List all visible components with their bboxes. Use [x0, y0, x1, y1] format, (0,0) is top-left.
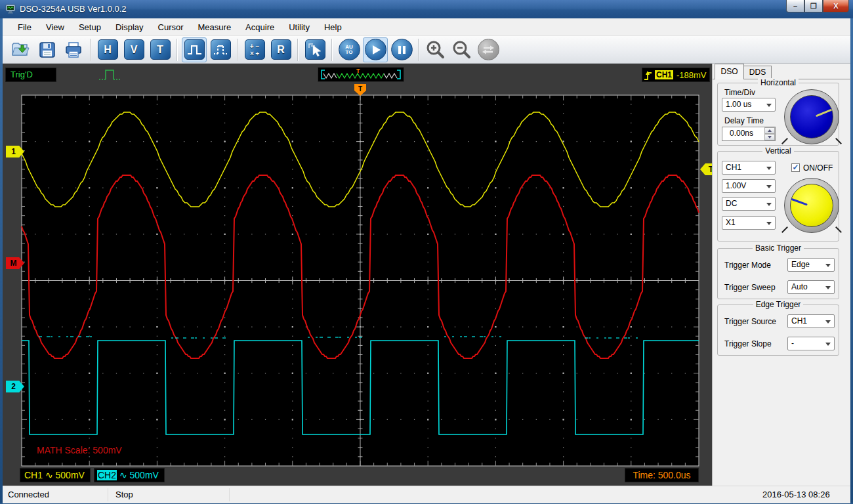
trigger-mode-select[interactable]: Edge — [787, 258, 835, 272]
close-icon: X — [833, 2, 838, 10]
basic-trigger-title: Basic Trigger — [753, 243, 804, 253]
delay-value: 0.00ns — [722, 129, 760, 138]
vertical-knob[interactable] — [784, 178, 839, 233]
menu-item-display[interactable]: Display — [108, 19, 151, 35]
minimize-button[interactable]: – — [786, 0, 804, 12]
math-scale-readout: MATH Scale: 500mV — [37, 445, 122, 455]
chevron-down-icon — [825, 343, 831, 346]
menu-item-view[interactable]: View — [39, 19, 72, 35]
trigger-sweep-select[interactable]: Auto — [787, 280, 835, 294]
title-bar[interactable] — [0, 0, 853, 18]
h-icon: H — [98, 39, 118, 60]
zoom-in-icon — [425, 39, 447, 60]
basic-trigger-group: Basic Trigger Trigger Mode Edge Trigger … — [717, 248, 839, 299]
reference-waveform-button[interactable] — [208, 37, 233, 62]
close-button[interactable]: X — [823, 0, 849, 12]
edge-trigger-title: Edge Trigger — [753, 300, 804, 309]
menu-item-utility[interactable]: Utility — [281, 19, 317, 35]
trigger-slope-value: - — [791, 339, 794, 348]
zoom-out-button[interactable] — [449, 37, 474, 62]
chevron-down-icon — [766, 222, 772, 225]
ch2-label: CH2 — [97, 470, 117, 480]
knob-leg — [835, 138, 842, 144]
horizontal-knob[interactable] — [784, 89, 839, 144]
volts-div-select[interactable]: 1.00V — [722, 179, 776, 193]
chevron-down-icon — [825, 264, 831, 267]
chevron-down-icon — [825, 286, 831, 289]
print-button[interactable] — [61, 37, 86, 62]
math-marker-label: M — [10, 259, 17, 268]
trigger-source-value: CH1 — [791, 316, 807, 326]
timebase-readout: Time: 500.0us — [625, 468, 699, 482]
zoom-in-button[interactable] — [423, 37, 448, 62]
timediv-value: 1.00 us — [726, 100, 751, 109]
probe-select[interactable]: X1 — [722, 216, 776, 230]
folder-open-icon — [11, 41, 31, 58]
pause-icon — [391, 39, 413, 60]
onoff-label: ON/OFF — [803, 163, 833, 173]
trigger-channel-badge: CH1 — [655, 70, 673, 79]
control-panel: DSO DDS Horizontal Time/Div 1.00 us Dela… — [712, 64, 850, 486]
trigger-slope-select[interactable]: - — [787, 337, 835, 350]
trigger-sweep-label: Trigger Sweep — [724, 283, 776, 292]
spin-up-button[interactable] — [764, 127, 775, 134]
math-button[interactable]: + −× ÷ — [242, 37, 267, 62]
tab-dds[interactable]: DDS — [744, 66, 772, 79]
channel-select[interactable]: CH1 — [722, 161, 776, 175]
save-button[interactable] — [35, 37, 60, 62]
oscilloscope-display — [0, 84, 712, 467]
waveform-display-button[interactable] — [182, 37, 207, 62]
chevron-down-icon — [766, 185, 772, 188]
maximize-button[interactable]: ❐ — [804, 0, 823, 12]
refresh-button[interactable] — [476, 37, 501, 62]
app-icon — [5, 3, 16, 14]
menu-item-cursor[interactable]: Cursor — [151, 19, 191, 35]
menu-item-file[interactable]: File — [10, 19, 39, 35]
vertical-knob-face — [790, 184, 833, 227]
trigger-source-select[interactable]: CH1 — [787, 314, 835, 328]
chevron-down-icon — [825, 320, 831, 324]
vertical-setup-button[interactable]: V — [121, 37, 146, 62]
open-button[interactable] — [9, 37, 33, 62]
status-separator — [229, 488, 230, 501]
menu-item-measure[interactable]: Measure — [191, 19, 239, 35]
status-separator — [108, 488, 108, 501]
horizontal-setup-button[interactable]: H — [95, 37, 120, 62]
menu-item-setup[interactable]: Setup — [72, 19, 108, 35]
toolbar-separator — [418, 39, 419, 61]
trigger-mode-value: Edge — [791, 260, 810, 269]
ch2-marker-label: 2 — [11, 382, 16, 391]
cursor-measure-button[interactable] — [302, 37, 327, 62]
delay-spinner[interactable]: 0.00ns — [722, 127, 776, 141]
ch2-coupling-icon: ∿ — [119, 470, 127, 480]
pulse-dashed-icon — [211, 39, 231, 60]
spin-down-icon — [768, 136, 772, 138]
timediv-label: Time/Div — [724, 88, 755, 97]
app-window: DSO-3254A USB Ver1.0.0.2 – ❐ X FileViewS… — [0, 0, 853, 504]
toolbar-separator — [90, 39, 91, 61]
spin-down-button[interactable] — [764, 134, 775, 140]
trigger-status-text: Trig'D — [10, 70, 33, 79]
chevron-down-icon — [766, 104, 772, 107]
tab-dso[interactable]: DSO — [715, 64, 744, 79]
menu-bar: FileViewSetupDisplayCursorMeasureAcquire… — [3, 18, 850, 36]
autoset-button[interactable]: AUTO — [337, 37, 362, 62]
acquisition-preview[interactable]: T — [318, 67, 404, 82]
v-icon: V — [124, 39, 144, 60]
pause-button[interactable] — [389, 37, 414, 62]
zoom-out-icon — [451, 39, 473, 60]
math-operators-icon: + −× ÷ — [245, 39, 265, 60]
menu-item-help[interactable]: Help — [317, 19, 349, 35]
channel-onoff-checkbox[interactable]: ✓ — [791, 163, 800, 172]
run-button[interactable] — [363, 37, 388, 62]
pointer-icon — [305, 39, 325, 60]
printer-icon — [64, 41, 83, 58]
coupling-select[interactable]: DC — [722, 197, 776, 211]
trigger-setup-button[interactable]: T — [148, 37, 173, 62]
ref-button[interactable]: R — [268, 37, 293, 62]
timediv-select[interactable]: 1.00 us — [722, 98, 776, 112]
menu-item-acquire[interactable]: Acquire — [238, 19, 281, 35]
knob-leg — [781, 226, 788, 233]
minimize-icon: – — [793, 2, 797, 10]
maximize-icon: ❐ — [810, 2, 817, 10]
